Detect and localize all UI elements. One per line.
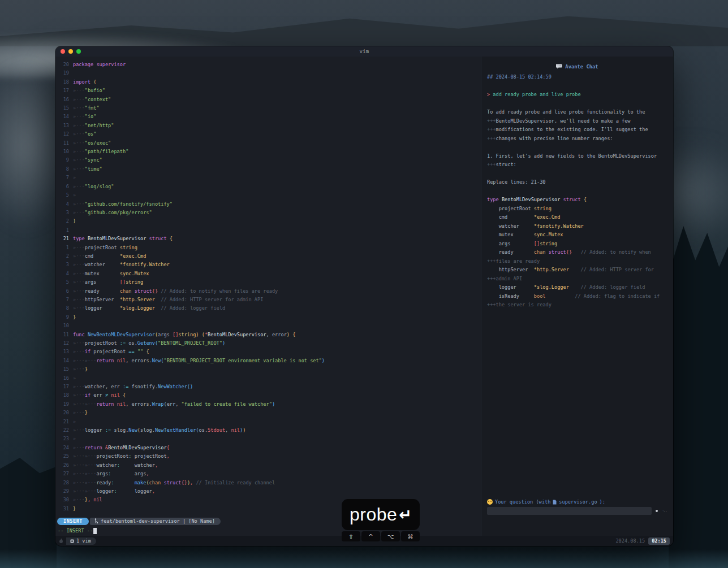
- branch-segment: feat/bentoml-dev-supervisor | [No Name]: [90, 518, 221, 525]
- question-suffix: ):: [600, 499, 605, 505]
- window-titlebar[interactable]: vim: [55, 46, 673, 57]
- code-area[interactable]: 20package supervisor1918import (17»···"b…: [55, 57, 481, 517]
- resize-grip-icon: ⠢.: [662, 509, 667, 513]
- code-line: 6»···"log/slog": [58, 183, 481, 191]
- line-number: 13: [58, 348, 69, 356]
- line-number: 11: [58, 139, 69, 148]
- line-number: 5: [58, 278, 69, 287]
- input-status-dot: [656, 510, 658, 512]
- chat-title: Avante Chat: [565, 64, 598, 70]
- line-number: 20: [58, 409, 69, 417]
- code-line: 7»···httpServer *http.Server // Added: H…: [58, 296, 481, 304]
- line-number: 18: [58, 78, 69, 86]
- command-key-icon: ⌘: [401, 531, 420, 541]
- window-title: vim: [55, 49, 673, 54]
- code-line: 9»···"sync": [58, 156, 481, 164]
- line-number: 22: [58, 426, 69, 435]
- line-number: 29: [58, 487, 69, 496]
- code-line: 16»···"context": [58, 96, 481, 104]
- chat-line: +++the server is ready: [487, 301, 673, 310]
- option-key-icon: ⌥: [381, 531, 400, 541]
- line-number: 20: [58, 60, 69, 69]
- chat-line: [487, 99, 673, 109]
- line-number: 13: [58, 122, 69, 130]
- code-line: 21type BentoMLDevSupervisor struct {: [58, 235, 481, 243]
- line-number: 28: [58, 479, 69, 487]
- vim-editor-pane[interactable]: 20package supervisor1918import (17»···"b…: [55, 57, 481, 536]
- line-number: 10: [58, 322, 69, 330]
- chat-line: +++struct:: [487, 161, 673, 170]
- tmux-window-label: 1 vim: [76, 538, 91, 544]
- line-number: 16: [58, 96, 69, 104]
- line-number: 5: [58, 191, 69, 200]
- code-line: 8»···"time": [58, 165, 481, 174]
- code-line: 8»···logger *slog.Logger // Added: logge…: [58, 304, 481, 313]
- line-number: 11: [58, 331, 69, 339]
- code-line: 11func NewBentoMLDevSupervisor(args []st…: [58, 331, 481, 339]
- typed-text-display: probe ↵: [342, 499, 420, 530]
- tmux-clock: 02:15: [648, 537, 670, 545]
- chat-line: +++files are ready: [487, 257, 673, 266]
- typed-text: probe: [350, 504, 397, 525]
- line-number: 12: [58, 339, 69, 348]
- line-number: 27: [58, 470, 69, 478]
- code-line: 1: [58, 226, 481, 235]
- code-line: 28»···»···ready: make(chan struct{}), //…: [58, 479, 481, 487]
- question-input[interactable]: [487, 507, 652, 515]
- code-line: 20»···}: [58, 409, 481, 417]
- code-line: 12»···projectRoot := os.Getenv("BENTOML_…: [58, 339, 481, 348]
- control-key-icon: ^: [361, 531, 380, 541]
- line-number: 6: [58, 287, 69, 296]
- chat-line: Replace lines: 21-30: [487, 178, 673, 187]
- chat-line: projectRoot string: [487, 205, 673, 214]
- line-number: 2: [58, 217, 69, 226]
- chat-line: To add ready probe and live probe functi…: [487, 108, 673, 117]
- chat-line: ready chan struct{} // Added: to notify …: [487, 248, 673, 257]
- water-glow: [0, 549, 728, 568]
- chat-line: +++changes with precise line number rang…: [487, 135, 673, 144]
- line-number: 21: [58, 418, 69, 426]
- trees-silhouette: [669, 226, 728, 568]
- code-line: 24»···return &BentoMLDevSupervisor{: [58, 444, 481, 452]
- line-number: 19: [58, 400, 69, 409]
- chat-line: cmd *exec.Cmd: [487, 213, 673, 222]
- line-number: 7: [58, 296, 69, 304]
- line-number: 17: [58, 383, 69, 391]
- return-key-icon: ↵: [399, 506, 412, 523]
- code-line: 18»···if err ≠ nil {: [58, 391, 481, 400]
- avante-chat-panel[interactable]: Avante Chat ## 2024-08-15 02:14:59> add …: [481, 57, 673, 536]
- line-number: 15: [58, 104, 69, 112]
- line-number: 21: [58, 235, 69, 243]
- code-line: 9}: [58, 313, 481, 322]
- line-number: 15: [58, 365, 69, 374]
- chat-content: ## 2024-08-15 02:14:59> add ready probe …: [481, 73, 673, 310]
- line-number: 10: [58, 148, 69, 156]
- modifier-keys-row: ⇧^⌥⌘: [342, 531, 420, 541]
- code-line: 1»···projectRoot string: [58, 244, 481, 252]
- mode-indicator: INSERT: [57, 518, 89, 525]
- line-number: 6: [58, 183, 69, 191]
- shift-key-icon: ⇧: [342, 531, 360, 541]
- branch-buffer-label: feat/bentoml-dev-supervisor | [No Name]: [101, 518, 215, 524]
- line-number: 4: [58, 200, 69, 209]
- text-cursor: [93, 528, 97, 534]
- code-line: 17»···"bufio": [58, 86, 481, 95]
- line-number: 3: [58, 209, 69, 217]
- chat-line: 1. First, let's add new fields to the Be…: [487, 152, 673, 161]
- line-number: 16: [58, 374, 69, 383]
- line-number: 2: [58, 252, 69, 261]
- code-line: 16»: [58, 374, 481, 383]
- code-line: 6»···ready chan struct{} // Added: to no…: [58, 287, 481, 296]
- code-line: 14»···"io": [58, 112, 481, 121]
- tmux-window-item[interactable]: 1 vim: [66, 537, 96, 545]
- chat-line: httpServer *http.Server // Added: HTTP s…: [487, 266, 673, 275]
- code-line: 3»···watcher *fsnotify.Watcher: [58, 261, 481, 269]
- chat-line: type BentoMLDevSupervisor struct {: [487, 196, 673, 205]
- line-number: 23: [58, 435, 69, 443]
- question-label: Your question (with supervisor.go):: [487, 499, 667, 505]
- session-flame-icon: [59, 538, 63, 544]
- question-prefix: Your question (with: [495, 499, 550, 505]
- code-line: 23»: [58, 435, 481, 443]
- line-number: 19: [58, 69, 69, 77]
- code-line: 19: [58, 69, 481, 77]
